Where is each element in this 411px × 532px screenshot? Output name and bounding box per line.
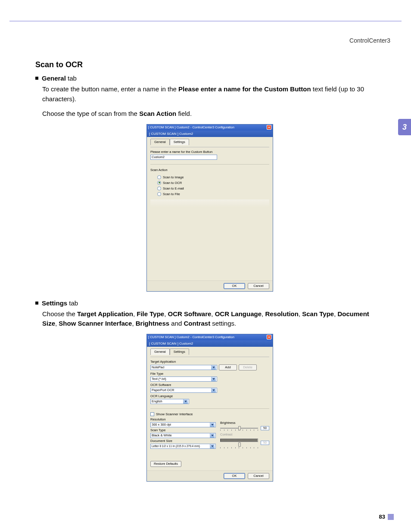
dialog-general: [ CUSTOM SCAN ] Custom2 - ControlCenter3… — [146, 124, 273, 292]
scan-type-combo[interactable]: Black & White — [150, 433, 216, 438]
delete-button[interactable]: Delete — [239, 364, 257, 370]
settings-para: Choose the Target Application, File Type… — [42, 309, 384, 329]
titlebar: [ CUSTOM SCAN ] Custom2 - ControlCenter3… — [147, 124, 273, 131]
name-label: Please enter a name for the Custom Butto… — [150, 150, 269, 154]
general-tab-heading: General tab — [42, 75, 77, 82]
target-app-label: Target Application — [150, 360, 269, 364]
cancel-button[interactable]: Cancel — [248, 473, 269, 479]
bullet-icon — [35, 302, 38, 305]
contrast-slider[interactable] — [220, 439, 258, 442]
ok-button[interactable]: OK — [224, 473, 245, 479]
ok-button[interactable]: OK — [224, 283, 245, 289]
ocr-software-label: OCR Software — [150, 383, 269, 387]
scan-action-label: Scan Action — [150, 168, 269, 172]
scan-type-label: Scan Type — [150, 428, 216, 432]
chevron-down-icon — [210, 444, 215, 448]
tab-settings[interactable]: Settings — [170, 348, 189, 355]
page-accent — [388, 514, 394, 520]
dialog-subbar: [ CUSTOM SCAN ] Custom2 — [147, 340, 273, 347]
ocr-language-combo[interactable]: English — [150, 399, 189, 404]
dialog-title: [ CUSTOM SCAN ] Custom2 - ControlCenter3… — [148, 125, 234, 129]
close-icon[interactable]: × — [267, 125, 271, 130]
divider — [150, 408, 269, 409]
file-type-label: File Type — [150, 372, 269, 376]
radio-scan-ocr[interactable]: Scan to OCR — [157, 181, 269, 185]
chevron-down-icon — [183, 399, 188, 404]
bullet-icon — [35, 77, 38, 80]
general-para-1: To create the button name, enter a name … — [42, 84, 384, 104]
radio-scan-email[interactable]: Scan to E-mail — [157, 187, 269, 190]
resolution-label: Resolution — [150, 417, 216, 421]
tab-settings[interactable]: Settings — [170, 139, 189, 145]
ocr-software-combo[interactable]: PaperPort OCR — [150, 388, 217, 393]
contrast-value: 50 — [261, 441, 269, 445]
radio-scan-file[interactable]: Scan to File — [157, 192, 269, 196]
doc-size-label: Document Size — [150, 439, 216, 443]
titlebar: [ CUSTOM SCAN ] Custom2 - ControlCenter3… — [147, 334, 273, 340]
restore-defaults-button[interactable]: Restore Defaults — [150, 461, 181, 467]
dialog-title: [ CUSTOM SCAN ] Custom2 - ControlCenter3… — [148, 335, 234, 339]
contrast-label: Contrast — [220, 432, 269, 436]
settings-tab-heading: Settings tab — [42, 299, 78, 307]
top-rule — [9, 21, 402, 22]
chevron-down-icon — [211, 388, 216, 392]
tab-general[interactable]: General — [150, 139, 170, 145]
chevron-down-icon — [210, 433, 215, 438]
divider — [150, 164, 269, 165]
file-type-combo[interactable]: Text (*.txt) — [150, 376, 217, 382]
chevron-down-icon — [210, 423, 215, 427]
page-header: ControlCenter3 — [349, 37, 390, 44]
ocr-language-label: OCR Language — [150, 394, 269, 398]
tab-general[interactable]: General — [150, 348, 170, 355]
chevron-down-icon — [211, 365, 216, 370]
brightness-slider[interactable] — [220, 428, 258, 429]
add-button[interactable]: Add — [219, 364, 237, 370]
chevron-down-icon — [211, 377, 216, 381]
resolution-combo[interactable]: 300 x 300 dpi — [150, 422, 216, 427]
section-title: Scan to OCR — [35, 60, 384, 69]
brightness-value: 50 — [261, 426, 269, 430]
brightness-label: Brightness — [220, 421, 269, 425]
show-scanner-checkbox[interactable]: Show Scanner Interface — [150, 412, 269, 416]
cancel-button[interactable]: Cancel — [248, 283, 269, 289]
close-icon[interactable]: × — [267, 335, 271, 339]
dialog-subbar: [ CUSTOM SCAN ] Custom2 — [147, 131, 273, 137]
radio-scan-image[interactable]: Scan to Image — [157, 175, 269, 179]
doc-size-combo[interactable]: Letter 8 1/2 x 11 in (215.9 x 279.4 mm) — [150, 444, 216, 449]
dialog-settings: [ CUSTOM SCAN ] Custom2 - ControlCenter3… — [146, 334, 273, 482]
general-para-2: Choose the type of scan from the Scan Ac… — [42, 109, 384, 119]
page-number: 83 — [379, 513, 385, 520]
target-app-combo[interactable]: NotePad — [150, 365, 217, 370]
custom-name-input[interactable] — [150, 155, 217, 160]
chapter-tab: 3 — [398, 119, 411, 135]
